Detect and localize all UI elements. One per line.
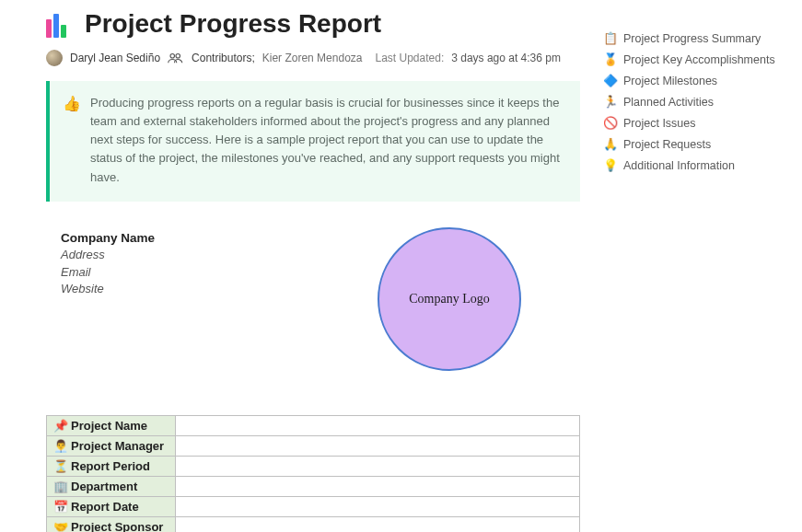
toc-item-label: Project Progress Summary	[623, 32, 761, 45]
company-logo-placeholder: Company Logo	[378, 227, 521, 371]
contributors-icon	[168, 52, 184, 64]
table-row: 📅Report Date	[47, 496, 580, 516]
project-info-table: 📌Project Name👨‍💼Project Manager⏳Report P…	[46, 415, 580, 532]
intro-callout: 👍 Producing progress reports on a regula…	[46, 81, 580, 202]
toc-item[interactable]: 💡Additional Information	[603, 155, 787, 176]
info-row-icon: 📌	[52, 419, 69, 433]
svg-point-1	[176, 54, 180, 59]
toc-item-icon: 🚫	[603, 116, 618, 130]
toc-item[interactable]: 🏅Project Key Accomplishments	[603, 49, 787, 70]
info-label-cell: 📅Report Date	[47, 496, 176, 516]
info-value-cell[interactable]	[176, 476, 580, 496]
info-row-icon: ⏳	[52, 459, 69, 473]
info-row-label: Project Name	[71, 419, 147, 433]
svg-point-0	[170, 54, 175, 59]
table-of-contents: 📋Project Progress Summary🏅Project Key Ac…	[603, 28, 787, 176]
toc-item-label: Additional Information	[623, 159, 735, 172]
info-label-cell: ⏳Report Period	[47, 456, 176, 476]
last-updated-label: Last Updated:	[376, 52, 445, 64]
info-label-cell: 🏢Department	[47, 476, 176, 496]
toc-item-icon: 🙏	[603, 137, 618, 151]
toc-item-icon: 🏅	[603, 52, 618, 66]
page-title: Project Progress Report	[85, 9, 381, 39]
info-label-cell: 👨‍💼Project Manager	[47, 435, 176, 456]
toc-item-label: Project Requests	[623, 138, 711, 151]
toc-item-icon: 🏃	[603, 95, 618, 109]
last-updated-value: 3 days ago at 4:36 pm	[451, 52, 561, 64]
info-label-cell: 📌Project Name	[47, 415, 176, 435]
company-name-label: Company Name	[61, 231, 319, 245]
toc-item-label: Project Milestones	[623, 75, 717, 87]
toc-item-label: Project Issues	[623, 117, 696, 130]
info-row-label: Project Manager	[71, 439, 164, 453]
chart-bar-icon	[46, 10, 74, 38]
table-row: 📌Project Name	[47, 415, 580, 435]
info-row-label: Report Period	[71, 459, 150, 473]
toc-item-icon: 🔷	[603, 74, 618, 87]
info-row-label: Project Sponsor	[71, 520, 163, 532]
meta-row: Daryl Jean Sediño Contributors; Kier Zor…	[46, 50, 580, 66]
info-value-cell[interactable]	[176, 456, 580, 476]
thumbs-up-icon: 👍	[63, 94, 81, 187]
toc-item[interactable]: 🙏Project Requests	[603, 133, 787, 155]
company-address: Address	[61, 247, 319, 264]
toc-item[interactable]: 🚫Project Issues	[603, 112, 787, 133]
table-row: 🏢Department	[47, 476, 580, 496]
author-name: Daryl Jean Sediño	[70, 52, 160, 64]
company-email: Email	[61, 264, 319, 282]
table-row: 🤝Project Sponsor	[47, 516, 580, 532]
info-row-label: Department	[71, 480, 137, 493]
info-row-label: Report Date	[71, 500, 139, 514]
info-row-icon: 📅	[52, 500, 69, 514]
info-value-cell[interactable]	[176, 516, 580, 532]
info-label-cell: 🤝Project Sponsor	[47, 516, 176, 532]
author-avatar	[46, 50, 63, 66]
info-value-cell[interactable]	[176, 415, 580, 435]
callout-text: Producing progress reports on a regular …	[90, 94, 564, 187]
info-row-icon: 👨‍💼	[52, 439, 69, 453]
toc-item-label: Project Key Accomplishments	[623, 53, 775, 66]
info-value-cell[interactable]	[176, 435, 580, 456]
company-website: Website	[61, 281, 319, 298]
toc-item[interactable]: 🏃Planned Activities	[603, 91, 787, 112]
contributors-names: Kier Zoren Mendoza	[262, 52, 363, 64]
table-row: 👨‍💼Project Manager	[47, 435, 580, 456]
info-row-icon: 🏢	[52, 480, 69, 493]
info-value-cell[interactable]	[176, 496, 580, 516]
toc-item[interactable]: 📋Project Progress Summary	[603, 28, 787, 49]
toc-item-icon: 📋	[603, 31, 618, 45]
contributors-label: Contributors;	[192, 52, 255, 64]
toc-item-label: Planned Activities	[623, 96, 714, 109]
toc-item[interactable]: 🔷Project Milestones	[603, 70, 787, 91]
table-row: ⏳Report Period	[47, 456, 580, 476]
toc-item-icon: 💡	[603, 158, 618, 172]
info-row-icon: 🤝	[52, 520, 69, 532]
